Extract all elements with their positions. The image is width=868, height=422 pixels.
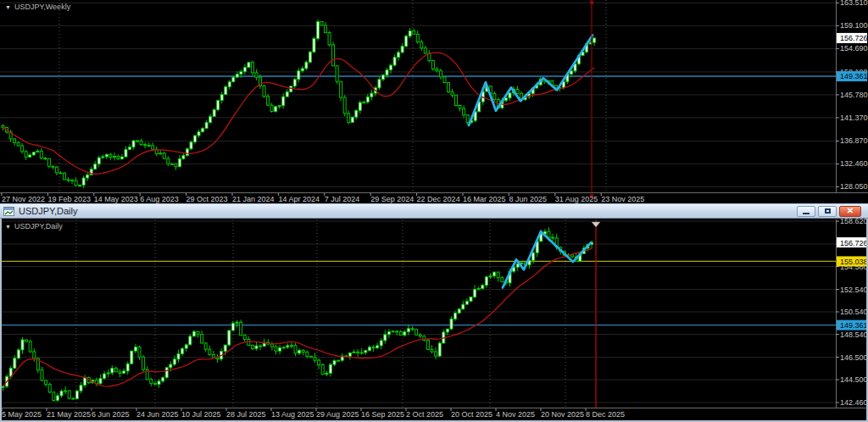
svg-text:28 Jul 2025: 28 Jul 2025 — [226, 410, 266, 419]
svg-text:23 Nov 2025: 23 Nov 2025 — [601, 195, 644, 203]
svg-text:6 Jun 2025: 6 Jun 2025 — [92, 410, 130, 419]
svg-text:148.540: 148.540 — [840, 330, 868, 339]
maximize-icon — [825, 208, 831, 214]
mt4-terminal: 163.510159.100154.690150.190145.780141.3… — [0, 0, 868, 422]
svg-text:19 Feb 2023: 19 Feb 2023 — [47, 195, 91, 203]
svg-text:7 Jul 2024: 7 Jul 2024 — [325, 195, 360, 203]
svg-text:128.050: 128.050 — [840, 182, 868, 191]
svg-text:27 Nov 2022: 27 Nov 2022 — [2, 195, 45, 203]
svg-text:5 May 2025: 5 May 2025 — [2, 410, 42, 419]
collapse-triangle-icon: ▼ — [5, 4, 11, 10]
maximize-button[interactable] — [818, 206, 837, 217]
svg-text:152.540: 152.540 — [840, 286, 868, 294]
svg-text:149.361: 149.361 — [840, 72, 868, 81]
svg-text:136.870: 136.870 — [840, 136, 868, 145]
daily-window-titlebar[interactable]: USDJPY,Daily ✕ — [0, 203, 868, 219]
svg-text:20 Oct 2025: 20 Oct 2025 — [451, 410, 492, 419]
svg-text:155.038: 155.038 — [840, 258, 868, 266]
svg-text:29 Sep 2024: 29 Sep 2024 — [370, 195, 414, 203]
svg-text:149.361: 149.361 — [840, 321, 868, 330]
svg-text:150.540: 150.540 — [840, 308, 868, 316]
daily-symbol-label: ▼ USDJPY,Daily — [5, 222, 63, 230]
close-button[interactable]: ✕ — [839, 206, 861, 217]
svg-text:4 Nov 2025: 4 Nov 2025 — [496, 410, 535, 419]
minimize-button[interactable] — [797, 206, 815, 217]
window-title: USDJPY,Daily — [19, 206, 78, 216]
daily-symbol-text: USDJPY,Daily — [14, 222, 63, 230]
svg-text:14 Apr 2024: 14 Apr 2024 — [278, 195, 320, 203]
svg-text:21 Jan 2024: 21 Jan 2024 — [232, 195, 275, 203]
svg-text:29 Oct 2023: 29 Oct 2023 — [186, 195, 228, 203]
svg-text:6 Aug 2023: 6 Aug 2023 — [140, 195, 179, 203]
svg-text:142.460: 142.460 — [840, 398, 868, 407]
svg-text:21 May 2025: 21 May 2025 — [47, 410, 91, 419]
svg-text:8 Dec 2025: 8 Dec 2025 — [586, 410, 625, 419]
svg-text:8 Jun 2025: 8 Jun 2025 — [509, 195, 547, 203]
svg-text:156.726: 156.726 — [840, 34, 868, 42]
svg-text:159.100: 159.100 — [840, 21, 868, 30]
svg-text:146.500: 146.500 — [840, 353, 868, 362]
svg-text:10 Jul 2025: 10 Jul 2025 — [181, 410, 221, 419]
svg-text:132.460: 132.460 — [840, 159, 868, 168]
svg-text:154.690: 154.690 — [840, 44, 868, 53]
weekly-symbol-label: ▼ USDJPY,Weekly — [5, 3, 70, 11]
weekly-symbol-text: USDJPY,Weekly — [14, 3, 70, 11]
svg-text:29 Aug 2025: 29 Aug 2025 — [316, 410, 359, 419]
svg-text:24 Jun 2025: 24 Jun 2025 — [136, 410, 179, 419]
close-icon: ✕ — [847, 207, 854, 215]
collapse-triangle-icon: ▼ — [5, 224, 11, 230]
svg-text:145.780: 145.780 — [840, 91, 868, 99]
minimize-icon — [803, 213, 810, 214]
svg-text:16 Mar 2025: 16 Mar 2025 — [463, 195, 506, 203]
svg-text:20 Nov 2025: 20 Nov 2025 — [541, 410, 584, 419]
svg-text:144.500: 144.500 — [840, 375, 868, 384]
svg-text:141.370: 141.370 — [840, 114, 868, 122]
svg-text:31 Aug 2025: 31 Aug 2025 — [555, 195, 598, 203]
svg-text:16 Sep 2025: 16 Sep 2025 — [361, 410, 404, 419]
svg-text:14 May 2023: 14 May 2023 — [94, 195, 138, 203]
chart-window-icon — [3, 207, 14, 216]
svg-text:156.726: 156.726 — [840, 239, 868, 247]
svg-text:2 Oct 2025: 2 Oct 2025 — [406, 410, 443, 419]
svg-text:163.510: 163.510 — [840, 0, 868, 7]
svg-text:13 Aug 2025: 13 Aug 2025 — [271, 410, 314, 419]
svg-text:22 Dec 2024: 22 Dec 2024 — [417, 195, 460, 203]
